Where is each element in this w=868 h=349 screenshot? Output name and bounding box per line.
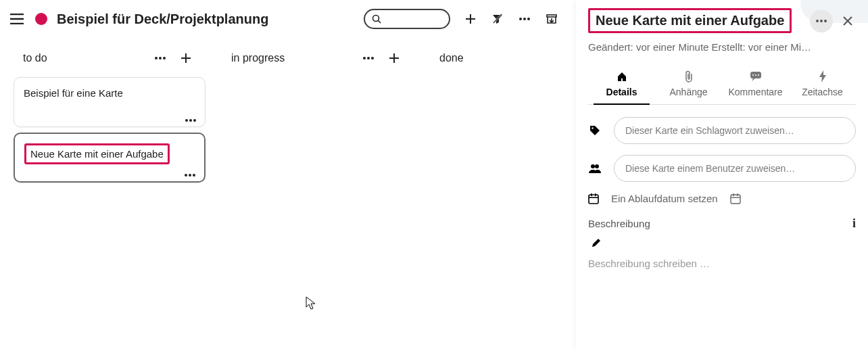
list-menu-icon[interactable] (358, 48, 379, 68)
svg-line-1 (379, 21, 381, 24)
svg-point-26 (758, 74, 759, 76)
home-icon (617, 70, 627, 83)
tag-input-container[interactable] (614, 117, 856, 144)
svg-point-25 (755, 74, 756, 76)
users-icon (588, 164, 602, 173)
list-done: done (430, 45, 538, 188)
board-color-dot (35, 13, 47, 25)
svg-point-29 (595, 164, 599, 168)
tab-label: Details (606, 87, 637, 97)
paperclip-icon (684, 70, 694, 83)
svg-rect-30 (589, 195, 598, 204)
svg-point-15 (189, 174, 191, 177)
svg-point-21 (820, 20, 823, 22)
list-title: in progress (231, 52, 285, 64)
detail-meta: Geändert: vor einer Minute Erstellt: vor… (588, 41, 856, 53)
svg-point-10 (163, 57, 166, 60)
comment-icon (750, 70, 762, 83)
svg-rect-7 (547, 15, 556, 17)
mouse-cursor-icon (306, 296, 316, 310)
svg-point-24 (752, 74, 754, 76)
board-title: Beispiel für Deck/Projektplanung (57, 11, 268, 27)
svg-point-17 (363, 57, 366, 60)
card-menu-icon[interactable] (184, 173, 196, 177)
description-placeholder[interactable]: Beschreibung schreiben … (588, 258, 856, 269)
svg-point-20 (816, 20, 819, 22)
add-icon[interactable] (464, 12, 477, 26)
card-title: Beispiel für eine Karte (24, 87, 195, 99)
detail-tabs: Details Anhänge Kommentare Zeitachse (588, 66, 856, 105)
card-menu-icon[interactable] (185, 118, 197, 122)
svg-point-28 (591, 164, 595, 168)
svg-rect-34 (731, 195, 740, 204)
svg-point-9 (159, 57, 162, 60)
tag-input[interactable] (625, 125, 844, 136)
card-title: Neue Karte mit einer Aufgabe (24, 143, 170, 164)
tab-comments[interactable]: Kommentare (722, 66, 789, 104)
bolt-icon (819, 70, 827, 83)
filter-off-icon[interactable] (491, 12, 504, 26)
tab-timeline[interactable]: Zeitachse (789, 66, 856, 104)
detail-more-button[interactable] (810, 9, 833, 32)
tag-icon (588, 125, 602, 136)
svg-point-27 (592, 127, 593, 129)
tab-label: Kommentare (728, 87, 782, 97)
search-input[interactable] (385, 14, 442, 24)
tab-details[interactable]: Details (588, 66, 655, 104)
card-selected[interactable]: Neue Karte mit einer Aufgabe (14, 133, 206, 183)
edit-icon[interactable] (591, 237, 856, 248)
svg-point-12 (189, 119, 192, 122)
menu-toggle-icon[interactable] (7, 9, 27, 29)
svg-point-6 (527, 18, 530, 20)
more-icon[interactable] (518, 12, 531, 26)
list-inprogress: in progress (222, 45, 414, 188)
svg-point-8 (155, 57, 158, 60)
tab-label: Zeitachse (802, 87, 843, 97)
svg-point-19 (371, 57, 374, 60)
info-icon[interactable]: i (852, 216, 856, 231)
list-title: done (439, 52, 464, 64)
card[interactable]: Beispiel für eine Karte (14, 77, 206, 127)
svg-point-16 (193, 174, 195, 177)
list-add-icon[interactable] (176, 48, 196, 68)
description-label: Beschreibung (588, 218, 650, 229)
list-title: to do (23, 52, 47, 64)
svg-point-18 (367, 57, 370, 60)
detail-card-title[interactable]: Neue Karte mit einer Aufgabe (588, 8, 792, 33)
calendar-icon (588, 193, 599, 204)
list-menu-icon[interactable] (150, 48, 170, 68)
search-icon (372, 14, 381, 24)
search-input-container[interactable] (364, 9, 450, 29)
svg-point-13 (193, 119, 196, 122)
tab-attachments[interactable]: Anhänge (655, 66, 722, 104)
svg-point-5 (523, 18, 526, 20)
user-input[interactable] (625, 163, 844, 174)
list-add-icon[interactable] (384, 48, 404, 68)
svg-point-22 (824, 20, 827, 22)
date-picker-icon[interactable] (730, 193, 741, 204)
user-input-container[interactable] (614, 155, 856, 182)
svg-point-11 (185, 119, 188, 122)
list-todo: to do Beispiel für eine Karte Neue Karte… (14, 45, 206, 188)
card-detail-panel: Neue Karte mit einer Aufgabe Geändert: v… (576, 0, 868, 349)
svg-point-0 (373, 16, 379, 22)
tab-label: Anhänge (669, 87, 707, 97)
archive-icon[interactable] (545, 12, 558, 26)
close-icon[interactable] (840, 13, 856, 29)
svg-point-14 (185, 174, 187, 177)
due-label[interactable]: Ein Ablaufdatum setzen (611, 193, 718, 204)
svg-point-4 (519, 18, 522, 20)
